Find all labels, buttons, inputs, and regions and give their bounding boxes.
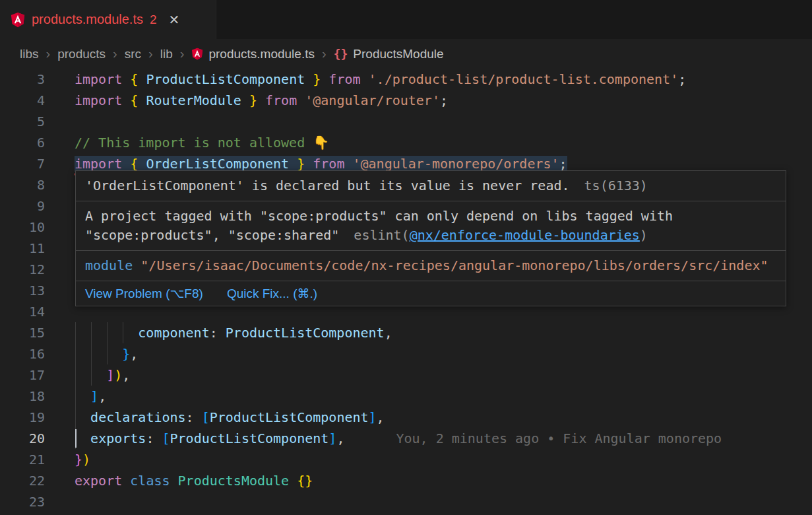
line-number[interactable]: 13: [0, 280, 45, 301]
chevron-right-icon: ›: [180, 46, 185, 61]
code-line-17[interactable]: 17 ]),: [0, 364, 812, 386]
breadcrumb-file-label: products.module.ts: [208, 47, 315, 61]
line-number[interactable]: 17: [0, 364, 45, 386]
view-problem-action[interactable]: View Problem (⌥F8): [85, 286, 203, 301]
code-line-15[interactable]: 15 component: ProductListComponent,: [0, 322, 812, 343]
line-content: ]),: [75, 364, 130, 386]
breadcrumb-item-lib[interactable]: lib: [160, 47, 173, 61]
line-number[interactable]: 15: [0, 322, 45, 343]
line-number[interactable]: 14: [0, 301, 45, 322]
code-line-22[interactable]: 22export class ProductsModule {}: [0, 470, 812, 491]
line-number[interactable]: 11: [0, 238, 45, 259]
error-highlighted-statement: import { OrderListComponent } from '@ang…: [75, 156, 567, 172]
code-line-18[interactable]: 18 ],: [0, 386, 812, 407]
line-content: import { ProductListComponent } from './…: [75, 69, 686, 90]
git-blame-annotation: You, 2 minutes ago • Fix Angular monorep…: [396, 430, 722, 446]
line-content: ],: [75, 386, 106, 407]
line-number[interactable]: 21: [0, 449, 45, 470]
code-editor[interactable]: 3import { ProductListComponent } from '.…: [0, 69, 812, 515]
line-content: export class ProductsModule {}: [75, 470, 313, 491]
indent-guide: [123, 322, 123, 343]
code-line-16[interactable]: 16 },: [0, 343, 812, 364]
chevron-right-icon: ›: [113, 46, 117, 61]
line-number[interactable]: 10: [0, 217, 45, 238]
code-line-6[interactable]: 6// This import is not allowed 👇: [0, 132, 812, 153]
code-line-21[interactable]: 21}): [0, 449, 812, 470]
module-path: "/Users/isaac/Documents/code/nx-recipes/…: [141, 258, 768, 273]
breadcrumb-item-src[interactable]: src: [125, 47, 141, 61]
angular-file-icon: [191, 48, 203, 60]
vscode-window: products.module.ts 2 ✕ libs › products ›…: [0, 0, 812, 515]
hover-module-declaration: module "/Users/isaac/Documents/code/nx-r…: [76, 251, 786, 281]
line-content: import { RouterModule } from '@angular/r…: [75, 90, 448, 111]
line-number[interactable]: 9: [0, 195, 45, 217]
problem-hover-popup: 'OrderListComponent' is declared but its…: [75, 170, 786, 306]
hover-ts-message: 'OrderListComponent' is declared but its…: [76, 171, 786, 201]
code-line-5[interactable]: 5: [0, 111, 812, 132]
ts-message-text: 'OrderListComponent' is declared but its…: [85, 178, 570, 193]
ts-error-code: ts(6133): [584, 178, 648, 193]
angular-logo-icon: [11, 12, 25, 28]
quick-fix-action[interactable]: Quick Fix... (⌘.): [227, 286, 317, 301]
line-content: declarations: [ProductListComponent],: [75, 407, 385, 428]
chevron-right-icon: ›: [322, 46, 327, 61]
line-number[interactable]: 16: [0, 343, 45, 364]
code-line-19[interactable]: 19 declarations: [ProductListComponent],: [0, 407, 812, 428]
module-symbol-icon: {}: [334, 47, 348, 61]
chevron-right-icon: ›: [148, 46, 153, 61]
line-number[interactable]: 19: [0, 407, 45, 428]
line-number[interactable]: 20: [0, 428, 45, 449]
line-number[interactable]: 23: [0, 491, 45, 512]
line-number[interactable]: 22: [0, 470, 45, 491]
breadcrumb: libs › products › src › lib › products.m…: [0, 39, 812, 69]
text-cursor: [75, 429, 77, 448]
line-number[interactable]: 6: [0, 132, 45, 153]
indent-guide: [107, 322, 108, 364]
code-line-4[interactable]: 4import { RouterModule } from '@angular/…: [0, 90, 812, 111]
breadcrumb-item-products[interactable]: products: [57, 47, 106, 61]
module-keyword: module: [85, 258, 133, 273]
close-tab-icon[interactable]: ✕: [169, 12, 180, 28]
code-line-23[interactable]: 23: [0, 491, 812, 512]
editor-tab-bar: products.module.ts 2 ✕: [0, 0, 812, 39]
breadcrumb-item-file[interactable]: products.module.ts: [191, 47, 315, 61]
tab-problems-badge: 2: [150, 13, 157, 27]
line-number[interactable]: 4: [0, 90, 45, 111]
line-number[interactable]: 8: [0, 174, 45, 195]
line-content: // This import is not allowed 👇: [75, 132, 329, 153]
hover-eslint-message: A project tagged with "scope:products" c…: [76, 201, 786, 251]
line-number[interactable]: 5: [0, 111, 45, 132]
line-content: }): [75, 449, 90, 470]
line-number[interactable]: 12: [0, 259, 45, 280]
hover-actions-bar: View Problem (⌥F8) Quick Fix... (⌘.): [76, 281, 786, 306]
breadcrumb-symbol-label: ProductsModule: [353, 47, 443, 61]
line-content: exports: [ProductListComponent],You, 2 m…: [75, 428, 722, 449]
line-number[interactable]: 18: [0, 386, 45, 407]
chevron-right-icon: ›: [46, 46, 51, 61]
tab-title: products.module.ts: [32, 12, 143, 27]
breadcrumb-item-libs[interactable]: libs: [20, 47, 39, 61]
eslint-rule-link[interactable]: @nx/enforce-module-boundaries: [410, 227, 640, 243]
eslint-source-open: eslint(: [354, 227, 409, 243]
code-line-20[interactable]: 20 exports: [ProductListComponent],You, …: [0, 428, 812, 449]
line-number[interactable]: 7: [0, 153, 45, 174]
breadcrumb-item-symbol[interactable]: {} ProductsModule: [334, 47, 444, 61]
line-number[interactable]: 3: [0, 69, 45, 90]
eslint-source-close: ): [640, 227, 648, 243]
code-line-3[interactable]: 3import { ProductListComponent } from '.…: [0, 69, 812, 90]
tab-products-module-ts[interactable]: products.module.ts 2 ✕: [0, 0, 216, 39]
indent-guide: [91, 322, 92, 386]
